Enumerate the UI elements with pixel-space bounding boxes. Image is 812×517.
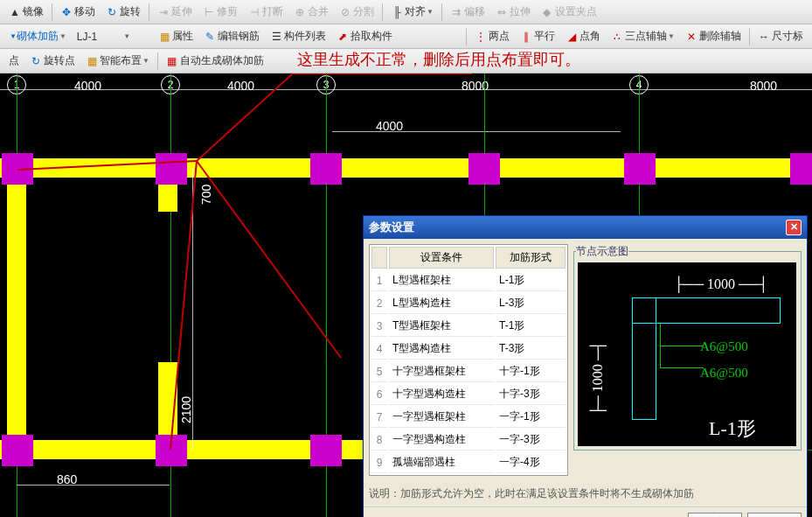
merge-button[interactable]: ⊕合并 <box>291 3 331 21</box>
delete-icon: ✕ <box>685 31 697 43</box>
auto-icon: ▦ <box>166 55 178 67</box>
trim-button[interactable]: ⊢修剪 <box>200 3 240 21</box>
separator <box>382 3 383 21</box>
extend-button[interactable]: ⇥延伸 <box>155 3 195 21</box>
spec-1: A6@500 <box>700 339 748 354</box>
separator <box>466 28 467 45</box>
column-2 <box>156 153 187 185</box>
ok-button[interactable]: 确定 <box>688 513 742 517</box>
rotate-point-icon: ↻ <box>30 55 42 67</box>
three-point-icon: ∴ <box>611 31 623 43</box>
column-3 <box>310 153 342 185</box>
set-grip-button[interactable]: ◆设置夹点 <box>538 3 600 21</box>
parameter-table[interactable]: 设置条件 加筋形式 1L型遇框架柱L-1形2L型遇构造柱L-3形3T型遇框架柱T… <box>369 244 568 476</box>
type-dropdown[interactable]: ▼ 砌体加筋 ▼ <box>6 27 69 45</box>
table-row[interactable]: 8一字型遇构造柱一字-3形 <box>371 430 566 451</box>
table-row[interactable]: 6十字型遇构造柱十字-3形 <box>371 384 566 405</box>
table-row[interactable]: 5十字型遇框架柱十字-1形 <box>371 361 566 382</box>
table-row[interactable]: 3T型遇框架柱T-1形 <box>371 316 566 337</box>
column-1 <box>2 153 33 185</box>
two-point-button[interactable]: ⋮两点 <box>472 27 512 45</box>
table-row[interactable]: 7一字型遇框架柱一字-1形 <box>371 407 566 428</box>
rotate-button[interactable]: ↻旋转 <box>103 3 143 21</box>
column-1b <box>2 435 33 466</box>
dim-line <box>0 89 812 90</box>
diagram-canvas: ├── 1000 ──┤ ├─ 1000 ─┤ A6@500 A6@500 L-… <box>578 262 796 446</box>
column-4 <box>624 153 656 185</box>
mirror-button[interactable]: ▲镜像 <box>6 3 46 21</box>
member-list-button[interactable]: ☰构件列表 <box>267 27 329 45</box>
smart-layout-button[interactable]: ▦智能布置▼ <box>83 52 152 70</box>
break-button[interactable]: ⊣打断 <box>246 3 286 21</box>
three-point-aux-button[interactable]: ∴三点辅轴▼ <box>608 27 677 45</box>
dim-8000-2: 8000 <box>750 79 777 93</box>
corner-button[interactable]: ◢点角 <box>563 27 603 45</box>
column-2b <box>156 435 187 466</box>
delete-aux-button[interactable]: ✕删除辅轴 <box>683 27 744 45</box>
offset-button[interactable]: ⇉偏移 <box>448 3 488 21</box>
id-dropdown[interactable]: LJ-1 ▼ <box>74 29 133 45</box>
separator <box>441 3 442 21</box>
dim-label-button[interactable]: ↔尺寸标 <box>755 27 806 45</box>
toolbar-layout: 点 ↻旋转点 ▦智能布置▼ ▦自动生成砌体加筋 <box>0 49 812 73</box>
dim-2100: 2100 <box>179 396 193 423</box>
separator <box>149 3 149 21</box>
offset-icon: ⇉ <box>450 6 462 18</box>
pick-member-button[interactable]: ⬈拾取构件 <box>334 27 395 45</box>
wall-left <box>7 168 26 450</box>
wall-top <box>0 158 812 178</box>
corner-icon: ◢ <box>566 31 578 43</box>
dim-4000-1: 4000 <box>74 79 101 93</box>
toolbar-edit: ▲镜像 ✥移动 ↻旋转 ⇥延伸 ⊢修剪 ⊣打断 ⊕合并 ⊘分割 ╟对齐▼ ⇉偏移… <box>0 0 812 24</box>
shape-label: L-1形 <box>709 416 756 442</box>
properties-icon: ▦ <box>158 31 170 43</box>
dim-icon: ↔ <box>758 31 770 43</box>
col-form: 加筋形式 <box>496 247 566 269</box>
origin-button[interactable]: 点 <box>6 52 22 70</box>
separator <box>749 28 750 45</box>
stretch-icon: ⇔ <box>496 6 508 18</box>
diagram-legend: 节点示意图 <box>576 244 628 259</box>
col-condition: 设置条件 <box>389 247 494 269</box>
pick-icon: ⬈ <box>337 31 349 43</box>
dialog-titlebar[interactable]: 参数设置 ✕ <box>364 216 807 239</box>
align-button[interactable]: ╟对齐▼ <box>388 3 436 21</box>
split-button[interactable]: ⊘分割 <box>337 3 377 21</box>
table-row[interactable]: 2L型遇构造柱L-3形 <box>371 293 566 314</box>
list-icon: ☰ <box>270 31 282 43</box>
close-icon[interactable]: ✕ <box>786 220 802 235</box>
trim-icon: ⊢ <box>203 6 215 18</box>
parallel-button[interactable]: ∥平行 <box>517 27 558 45</box>
dialog-body: 设置条件 加筋形式 1L型遇框架柱L-1形2L型遇构造柱L-3形3T型遇框架柱T… <box>364 239 807 481</box>
align-icon: ╟ <box>391 6 403 18</box>
move-button[interactable]: ✥移动 <box>58 3 98 21</box>
merge-icon: ⊕ <box>294 6 306 18</box>
dim-line-860 <box>17 485 170 486</box>
rotate-point-button[interactable]: ↻旋转点 <box>27 52 78 70</box>
dim-line-inner <box>332 131 621 132</box>
dim-line-v <box>192 168 193 450</box>
dialog-title-text: 参数设置 <box>369 220 414 235</box>
smart-icon: ▦ <box>86 55 98 67</box>
properties-button[interactable]: ▦属性 <box>156 27 196 45</box>
diagram-panel: 节点示意图 ├── 1000 ──┤ ├─ 1000 ─┤ A6@500 A6@… <box>573 244 802 476</box>
stretch-button[interactable]: ⇔拉伸 <box>493 3 533 21</box>
separator <box>157 52 158 70</box>
column-3b <box>468 153 500 185</box>
table-row[interactable]: 1L型遇框架柱L-1形 <box>371 270 566 291</box>
cancel-button[interactable]: 取消 <box>747 513 802 517</box>
table-row[interactable]: 9孤墙端部遇柱一字-4形 <box>371 452 566 473</box>
table-row[interactable]: 4T型遇构造柱T-3形 <box>371 339 566 360</box>
dim-700: 700 <box>199 185 213 205</box>
auto-gen-button[interactable]: ▦自动生成砌体加筋 <box>163 52 267 70</box>
two-point-icon: ⋮ <box>475 31 487 43</box>
edit-rebar-button[interactable]: ✎编辑钢筋 <box>201 27 262 45</box>
break-icon: ⊣ <box>248 6 260 18</box>
spec-2: A6@500 <box>700 366 748 381</box>
grip-icon: ◆ <box>541 6 553 18</box>
svg-line-2 <box>197 161 341 358</box>
column-5 <box>790 153 812 185</box>
column-3c <box>310 435 342 466</box>
separator <box>52 3 52 21</box>
split-icon: ⊘ <box>339 6 351 18</box>
